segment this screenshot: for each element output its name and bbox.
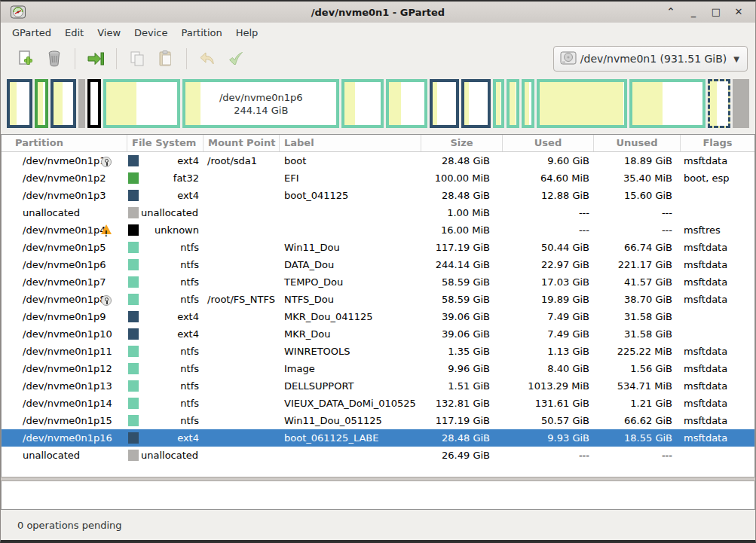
statusbar: 0 operations pending xyxy=(1,510,755,540)
used-cell: --- xyxy=(503,221,594,239)
disk-segment--dev-nvme0n1p13[interactable] xyxy=(522,79,534,128)
flags-cell: msftdata xyxy=(681,239,754,256)
mount-point-cell xyxy=(204,221,280,239)
label-cell xyxy=(280,447,421,464)
filesystem-cell: unknown xyxy=(127,221,204,239)
unused-cell: --- xyxy=(594,447,681,464)
table-row[interactable]: unallocatedunallocated26.49 GiB------ xyxy=(2,447,754,464)
maximize-button[interactable]: □ xyxy=(709,5,724,20)
size-cell: 100.00 MiB xyxy=(421,169,503,187)
table-row[interactable]: /dev/nvme0n1p7ntfsTEMPO_Dou58.59 GiB17.0… xyxy=(2,273,754,291)
paste-button[interactable] xyxy=(152,46,180,72)
device-selector-label: /dev/nvme0n1 (931.51 GiB) xyxy=(580,53,727,65)
mount-point-cell xyxy=(204,360,280,377)
table-row[interactable]: /dev/nvme0n1p11ntfsWINRETOOLS1.35 GiB1.1… xyxy=(2,343,754,360)
table-row[interactable]: /dev/nvme0n1p10ext4MKR_Dou39.06 GiB7.49 … xyxy=(2,325,754,343)
resize-move-button[interactable] xyxy=(81,46,110,72)
table-row[interactable]: /dev/nvme0n1p4unknown16.00 MiB------msft… xyxy=(2,221,754,239)
unused-cell: 18.89 GiB xyxy=(594,152,681,169)
disk-segment--dev-nvme0n1p14[interactable] xyxy=(537,79,628,128)
menu-edit[interactable]: Edit xyxy=(58,25,90,41)
table-row[interactable]: /dev/nvme0n1p3ext4boot_04112528.48 GiB12… xyxy=(2,187,754,204)
flags-cell: msftdata xyxy=(681,256,754,273)
device-selector[interactable]: /dev/nvme0n1 (931.51 GiB) ▼ xyxy=(553,46,748,72)
disk-segment--dev-nvme0n1p1[interactable] xyxy=(7,79,32,128)
minimize-button[interactable]: _ xyxy=(686,5,701,20)
mount-point-cell xyxy=(204,204,280,221)
disk-segment--dev-nvme0n1p3[interactable] xyxy=(51,79,76,128)
table-row[interactable]: /dev/nvme0n1p13ntfsDELLSUPPORT1.51 GiB10… xyxy=(2,377,754,395)
apply-button[interactable] xyxy=(222,46,250,72)
used-space-fill xyxy=(710,81,716,126)
menu-view[interactable]: View xyxy=(90,25,127,41)
menu-gparted[interactable]: GParted xyxy=(5,25,58,41)
menu-partition[interactable]: Partition xyxy=(175,25,229,41)
size-cell: 28.48 GiB xyxy=(421,429,503,447)
disk-segment--dev-nvme0n1p15[interactable] xyxy=(629,79,705,128)
disk-segment--dev-nvme0n1p16[interactable] xyxy=(708,79,730,128)
close-button[interactable]: ✕ xyxy=(731,5,746,20)
table-row[interactable]: /dev/nvme0n1p2fat32EFI100.00 MiB64.60 Mi… xyxy=(2,169,754,187)
disk-segment--dev-nvme0n1p7[interactable] xyxy=(341,79,384,128)
new-partition-button[interactable] xyxy=(11,46,40,72)
used-space-fill xyxy=(344,82,355,125)
used-cell: 7.49 GiB xyxy=(503,325,594,343)
disk-segment--dev-nvme0n1p9[interactable] xyxy=(430,79,459,128)
table-row[interactable]: /dev/nvme0n1p16ext4boot_061125_LABE28.48… xyxy=(2,429,754,447)
disk-segment--dev-nvme0n1p11[interactable] xyxy=(493,79,504,128)
disk-segment--dev-nvme0n1p4[interactable] xyxy=(87,79,101,128)
unused-cell: 18.55 GiB xyxy=(594,429,681,447)
table-row[interactable]: unallocatedunallocated1.00 MiB------ xyxy=(2,204,754,221)
table-row[interactable]: /dev/nvme0n1p15ntfsWin11_Dou_051125117.1… xyxy=(2,412,754,429)
flags-cell xyxy=(681,204,754,221)
filesystem-cell: ntfs xyxy=(127,291,204,308)
column-header-partition: Partition xyxy=(2,135,127,151)
disk-segment--dev-nvme0n1p2[interactable] xyxy=(35,79,48,128)
column-header-mount-point: Mount Point xyxy=(204,135,280,151)
disk-segment--dev-nvme0n1p6[interactable]: /dev/nvme0n1p6244.14 GiB xyxy=(182,79,339,128)
mount-point-cell xyxy=(204,187,280,204)
mount-point-cell xyxy=(204,256,280,273)
disk-segment--dev-nvme0n1p5[interactable] xyxy=(103,79,181,128)
disk-segment-unallocated[interactable] xyxy=(733,79,749,128)
column-header-file-system: File System xyxy=(127,135,204,151)
table-row[interactable]: /dev/nvme0n1p1ext4/root/sda1boot28.48 Gi… xyxy=(2,152,754,169)
filesystem-color-swatch xyxy=(128,155,139,166)
label-cell: WINRETOOLS xyxy=(280,343,421,360)
menu-device[interactable]: Device xyxy=(127,25,174,41)
size-cell: 26.49 GiB xyxy=(421,447,503,464)
unused-cell: 66.74 GiB xyxy=(594,239,681,256)
disk-segment--dev-nvme0n1p8[interactable] xyxy=(386,79,427,128)
filesystem-color-swatch xyxy=(128,207,139,218)
table-row[interactable]: /dev/nvme0n1p8ntfs/root/FS_NTFSNTFS_Dou5… xyxy=(2,291,754,308)
table-row[interactable]: /dev/nvme0n1p6ntfsDATA_Dou244.14 GiB22.9… xyxy=(2,256,754,273)
disk-segment-unallocated[interactable] xyxy=(78,79,85,128)
unused-cell: 1.21 GiB xyxy=(594,395,681,412)
disk-segment--dev-nvme0n1p10[interactable] xyxy=(461,79,491,128)
copy-button[interactable] xyxy=(123,46,152,72)
table-row[interactable]: /dev/nvme0n1p9ext4MKR_Dou_04112539.06 Gi… xyxy=(2,308,754,325)
mount-point-cell xyxy=(204,429,280,447)
mount-point-cell xyxy=(204,169,280,187)
delete-partition-button[interactable] xyxy=(40,46,69,72)
disk-segment--dev-nvme0n1p12[interactable] xyxy=(507,79,519,128)
partition-cell: /dev/nvme0n1p10 xyxy=(2,325,127,343)
unused-cell: 1.56 GiB xyxy=(594,360,681,377)
table-row[interactable]: /dev/nvme0n1p12ntfsImage9.96 GiB8.40 GiB… xyxy=(2,360,754,377)
used-cell: 9.93 GiB xyxy=(503,429,594,447)
column-header-flags: Flags xyxy=(681,135,754,151)
size-cell: 58.59 GiB xyxy=(421,291,503,308)
flags-cell xyxy=(681,308,754,325)
table-row[interactable]: /dev/nvme0n1p14ntfsVIEUX_DATA_DoMi_01052… xyxy=(2,395,754,412)
filesystem-cell: ntfs xyxy=(127,343,204,360)
used-space-fill xyxy=(389,82,401,125)
shade-button[interactable]: ⌃ xyxy=(663,5,678,20)
partition-cell: /dev/nvme0n1p16 xyxy=(2,429,127,447)
mount-point-cell xyxy=(204,239,280,256)
menu-help[interactable]: Help xyxy=(229,25,265,41)
filesystem-cell: ext4 xyxy=(127,308,204,325)
mount-point-cell xyxy=(204,412,280,429)
undo-button[interactable] xyxy=(193,46,222,72)
used-cell: 8.40 GiB xyxy=(503,360,594,377)
table-row[interactable]: /dev/nvme0n1p5ntfsWin11_Dou117.19 GiB50.… xyxy=(2,239,754,256)
